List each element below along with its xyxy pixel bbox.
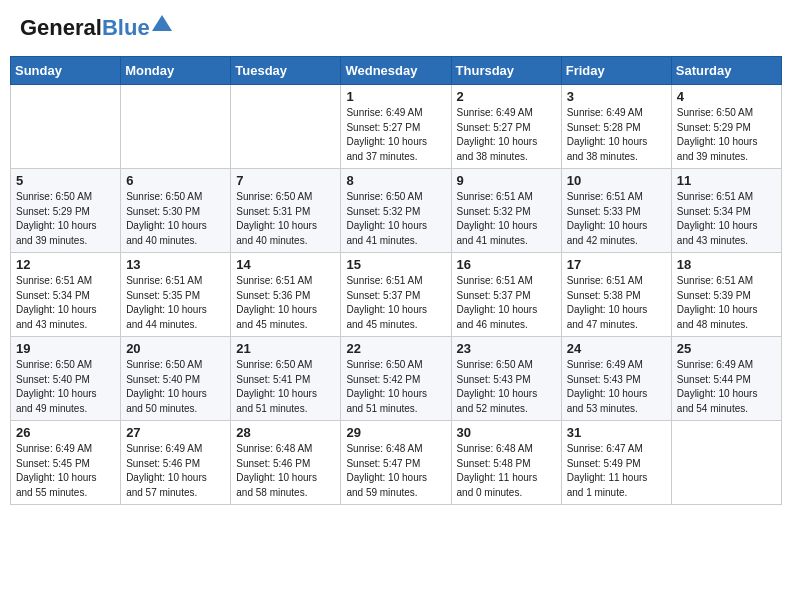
day-info: Sunrise: 6:49 AM Sunset: 5:28 PM Dayligh… bbox=[567, 106, 666, 164]
day-info: Sunrise: 6:51 AM Sunset: 5:37 PM Dayligh… bbox=[346, 274, 445, 332]
day-number: 28 bbox=[236, 425, 335, 440]
day-number: 8 bbox=[346, 173, 445, 188]
calendar-cell: 22Sunrise: 6:50 AM Sunset: 5:42 PM Dayli… bbox=[341, 337, 451, 421]
day-info: Sunrise: 6:50 AM Sunset: 5:29 PM Dayligh… bbox=[16, 190, 115, 248]
weekday-header: Wednesday bbox=[341, 57, 451, 85]
day-number: 25 bbox=[677, 341, 776, 356]
day-number: 3 bbox=[567, 89, 666, 104]
day-info: Sunrise: 6:50 AM Sunset: 5:41 PM Dayligh… bbox=[236, 358, 335, 416]
calendar-cell: 5Sunrise: 6:50 AM Sunset: 5:29 PM Daylig… bbox=[11, 169, 121, 253]
weekday-header: Tuesday bbox=[231, 57, 341, 85]
day-info: Sunrise: 6:50 AM Sunset: 5:43 PM Dayligh… bbox=[457, 358, 556, 416]
calendar-cell: 29Sunrise: 6:48 AM Sunset: 5:47 PM Dayli… bbox=[341, 421, 451, 505]
day-info: Sunrise: 6:51 AM Sunset: 5:34 PM Dayligh… bbox=[16, 274, 115, 332]
day-info: Sunrise: 6:49 AM Sunset: 5:44 PM Dayligh… bbox=[677, 358, 776, 416]
day-info: Sunrise: 6:50 AM Sunset: 5:32 PM Dayligh… bbox=[346, 190, 445, 248]
calendar-cell: 3Sunrise: 6:49 AM Sunset: 5:28 PM Daylig… bbox=[561, 85, 671, 169]
day-info: Sunrise: 6:50 AM Sunset: 5:29 PM Dayligh… bbox=[677, 106, 776, 164]
day-info: Sunrise: 6:51 AM Sunset: 5:35 PM Dayligh… bbox=[126, 274, 225, 332]
weekday-header-row: SundayMondayTuesdayWednesdayThursdayFrid… bbox=[11, 57, 782, 85]
calendar-cell: 17Sunrise: 6:51 AM Sunset: 5:38 PM Dayli… bbox=[561, 253, 671, 337]
day-number: 30 bbox=[457, 425, 556, 440]
day-info: Sunrise: 6:51 AM Sunset: 5:34 PM Dayligh… bbox=[677, 190, 776, 248]
day-number: 16 bbox=[457, 257, 556, 272]
calendar-cell: 4Sunrise: 6:50 AM Sunset: 5:29 PM Daylig… bbox=[671, 85, 781, 169]
calendar-cell: 25Sunrise: 6:49 AM Sunset: 5:44 PM Dayli… bbox=[671, 337, 781, 421]
calendar-cell: 15Sunrise: 6:51 AM Sunset: 5:37 PM Dayli… bbox=[341, 253, 451, 337]
calendar-cell: 27Sunrise: 6:49 AM Sunset: 5:46 PM Dayli… bbox=[121, 421, 231, 505]
calendar-cell: 9Sunrise: 6:51 AM Sunset: 5:32 PM Daylig… bbox=[451, 169, 561, 253]
calendar-cell bbox=[231, 85, 341, 169]
day-number: 23 bbox=[457, 341, 556, 356]
day-info: Sunrise: 6:51 AM Sunset: 5:38 PM Dayligh… bbox=[567, 274, 666, 332]
day-info: Sunrise: 6:50 AM Sunset: 5:31 PM Dayligh… bbox=[236, 190, 335, 248]
calendar-cell: 31Sunrise: 6:47 AM Sunset: 5:49 PM Dayli… bbox=[561, 421, 671, 505]
day-info: Sunrise: 6:50 AM Sunset: 5:40 PM Dayligh… bbox=[126, 358, 225, 416]
day-info: Sunrise: 6:51 AM Sunset: 5:36 PM Dayligh… bbox=[236, 274, 335, 332]
day-number: 2 bbox=[457, 89, 556, 104]
calendar-cell: 24Sunrise: 6:49 AM Sunset: 5:43 PM Dayli… bbox=[561, 337, 671, 421]
day-info: Sunrise: 6:49 AM Sunset: 5:43 PM Dayligh… bbox=[567, 358, 666, 416]
day-number: 27 bbox=[126, 425, 225, 440]
calendar-week-row: 26Sunrise: 6:49 AM Sunset: 5:45 PM Dayli… bbox=[11, 421, 782, 505]
calendar-cell: 26Sunrise: 6:49 AM Sunset: 5:45 PM Dayli… bbox=[11, 421, 121, 505]
day-number: 1 bbox=[346, 89, 445, 104]
day-info: Sunrise: 6:49 AM Sunset: 5:46 PM Dayligh… bbox=[126, 442, 225, 500]
calendar-cell: 23Sunrise: 6:50 AM Sunset: 5:43 PM Dayli… bbox=[451, 337, 561, 421]
day-number: 21 bbox=[236, 341, 335, 356]
calendar-cell: 21Sunrise: 6:50 AM Sunset: 5:41 PM Dayli… bbox=[231, 337, 341, 421]
calendar-cell: 30Sunrise: 6:48 AM Sunset: 5:48 PM Dayli… bbox=[451, 421, 561, 505]
day-info: Sunrise: 6:50 AM Sunset: 5:30 PM Dayligh… bbox=[126, 190, 225, 248]
weekday-header: Saturday bbox=[671, 57, 781, 85]
day-info: Sunrise: 6:50 AM Sunset: 5:40 PM Dayligh… bbox=[16, 358, 115, 416]
day-info: Sunrise: 6:51 AM Sunset: 5:32 PM Dayligh… bbox=[457, 190, 556, 248]
day-info: Sunrise: 6:51 AM Sunset: 5:37 PM Dayligh… bbox=[457, 274, 556, 332]
day-number: 5 bbox=[16, 173, 115, 188]
calendar-cell: 13Sunrise: 6:51 AM Sunset: 5:35 PM Dayli… bbox=[121, 253, 231, 337]
day-number: 29 bbox=[346, 425, 445, 440]
calendar-week-row: 12Sunrise: 6:51 AM Sunset: 5:34 PM Dayli… bbox=[11, 253, 782, 337]
svg-marker-0 bbox=[152, 15, 172, 31]
weekday-header: Sunday bbox=[11, 57, 121, 85]
day-info: Sunrise: 6:48 AM Sunset: 5:48 PM Dayligh… bbox=[457, 442, 556, 500]
calendar-cell bbox=[121, 85, 231, 169]
calendar-cell: 7Sunrise: 6:50 AM Sunset: 5:31 PM Daylig… bbox=[231, 169, 341, 253]
calendar-cell: 11Sunrise: 6:51 AM Sunset: 5:34 PM Dayli… bbox=[671, 169, 781, 253]
weekday-header: Monday bbox=[121, 57, 231, 85]
calendar-cell: 10Sunrise: 6:51 AM Sunset: 5:33 PM Dayli… bbox=[561, 169, 671, 253]
calendar-cell bbox=[671, 421, 781, 505]
day-number: 10 bbox=[567, 173, 666, 188]
calendar-week-row: 1Sunrise: 6:49 AM Sunset: 5:27 PM Daylig… bbox=[11, 85, 782, 169]
calendar-cell: 12Sunrise: 6:51 AM Sunset: 5:34 PM Dayli… bbox=[11, 253, 121, 337]
day-number: 31 bbox=[567, 425, 666, 440]
day-info: Sunrise: 6:48 AM Sunset: 5:46 PM Dayligh… bbox=[236, 442, 335, 500]
day-info: Sunrise: 6:49 AM Sunset: 5:45 PM Dayligh… bbox=[16, 442, 115, 500]
day-number: 17 bbox=[567, 257, 666, 272]
day-info: Sunrise: 6:51 AM Sunset: 5:39 PM Dayligh… bbox=[677, 274, 776, 332]
day-info: Sunrise: 6:48 AM Sunset: 5:47 PM Dayligh… bbox=[346, 442, 445, 500]
day-info: Sunrise: 6:51 AM Sunset: 5:33 PM Dayligh… bbox=[567, 190, 666, 248]
day-info: Sunrise: 6:49 AM Sunset: 5:27 PM Dayligh… bbox=[457, 106, 556, 164]
calendar-cell: 8Sunrise: 6:50 AM Sunset: 5:32 PM Daylig… bbox=[341, 169, 451, 253]
day-number: 11 bbox=[677, 173, 776, 188]
day-number: 9 bbox=[457, 173, 556, 188]
day-number: 6 bbox=[126, 173, 225, 188]
day-number: 18 bbox=[677, 257, 776, 272]
logo-text: GeneralBlue bbox=[20, 15, 150, 41]
day-number: 13 bbox=[126, 257, 225, 272]
logo: GeneralBlue bbox=[20, 15, 172, 41]
day-number: 19 bbox=[16, 341, 115, 356]
calendar-cell: 2Sunrise: 6:49 AM Sunset: 5:27 PM Daylig… bbox=[451, 85, 561, 169]
weekday-header: Thursday bbox=[451, 57, 561, 85]
calendar-cell: 18Sunrise: 6:51 AM Sunset: 5:39 PM Dayli… bbox=[671, 253, 781, 337]
day-number: 12 bbox=[16, 257, 115, 272]
day-info: Sunrise: 6:49 AM Sunset: 5:27 PM Dayligh… bbox=[346, 106, 445, 164]
calendar-cell bbox=[11, 85, 121, 169]
weekday-header: Friday bbox=[561, 57, 671, 85]
day-number: 7 bbox=[236, 173, 335, 188]
calendar-cell: 28Sunrise: 6:48 AM Sunset: 5:46 PM Dayli… bbox=[231, 421, 341, 505]
day-number: 20 bbox=[126, 341, 225, 356]
calendar-cell: 6Sunrise: 6:50 AM Sunset: 5:30 PM Daylig… bbox=[121, 169, 231, 253]
day-number: 24 bbox=[567, 341, 666, 356]
day-number: 26 bbox=[16, 425, 115, 440]
